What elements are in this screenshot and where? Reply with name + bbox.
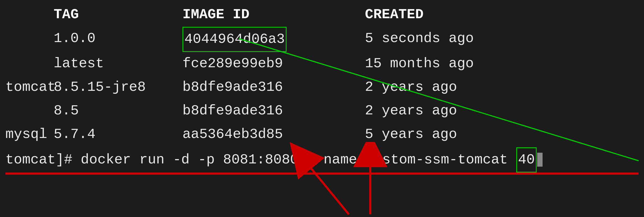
created-cell: 2 years ago	[365, 99, 526, 123]
terminal-content: TAG IMAGE ID CREATED 1.0.0 4044964d06a3 …	[0, 0, 644, 175]
terminal-window: TAG IMAGE ID CREATED 1.0.0 4044964d06a3 …	[0, 0, 644, 217]
repo-cell: tomcat	[5, 76, 54, 99]
repo-cell	[5, 27, 54, 52]
table-row: mysql 5.7.4 aa5364eb3d85 5 years ago	[5, 123, 639, 146]
tag-cell: 8.5	[54, 99, 182, 123]
command-image-id-highlight: 40	[516, 147, 537, 173]
tag-cell: 5.7.4	[54, 123, 182, 146]
table-row: 8.5 b8dfe9ade316 2 years ago	[5, 99, 639, 123]
table-row: latest fce289e99eb9 15 months ago	[5, 52, 639, 76]
imageid-cell: b8dfe9ade316	[182, 99, 365, 123]
table-row: 1.0.0 4044964d06a3 5 seconds ago	[5, 27, 639, 52]
repo-cell	[5, 52, 54, 76]
created-cell: 2 years ago	[365, 76, 526, 99]
created-cell: 15 months ago	[365, 52, 526, 76]
table-row: tomcat 8.5.15-jre8 b8dfe9ade316 2 years …	[5, 76, 639, 99]
red-underline-annotation	[5, 173, 639, 175]
command-row: tomcat]# docker run -d -p 8081:8080 --na…	[5, 147, 639, 173]
header-tag: TAG	[54, 3, 182, 27]
tag-cell: 8.5.15-jre8	[54, 76, 182, 99]
header-created: CREATED	[365, 3, 526, 27]
terminal-cursor	[537, 153, 543, 167]
header-imageid: IMAGE ID	[182, 3, 365, 27]
table-body: 1.0.0 4044964d06a3 5 seconds ago latest …	[5, 27, 639, 146]
command-prompt: tomcat]# docker run -d -p 8081:8080 --na…	[5, 152, 516, 168]
repo-cell: mysql	[5, 123, 54, 146]
table-header-row: TAG IMAGE ID CREATED	[5, 3, 639, 27]
created-cell: 5 seconds ago	[365, 27, 526, 52]
command-row-container: tomcat]# docker run -d -p 8081:8080 --na…	[5, 147, 639, 173]
created-cell: 5 years ago	[365, 123, 526, 146]
imageid-cell: 4044964d06a3	[182, 27, 365, 52]
imageid-cell: aa5364eb3d85	[182, 123, 365, 146]
imageid-cell: fce289e99eb9	[182, 52, 365, 76]
repo-cell	[5, 99, 54, 123]
tag-cell: 1.0.0	[54, 27, 182, 52]
imageid-cell: b8dfe9ade316	[182, 76, 365, 99]
image-id-highlighted-box: 4044964d06a3	[182, 27, 287, 52]
tag-cell: latest	[54, 52, 182, 76]
